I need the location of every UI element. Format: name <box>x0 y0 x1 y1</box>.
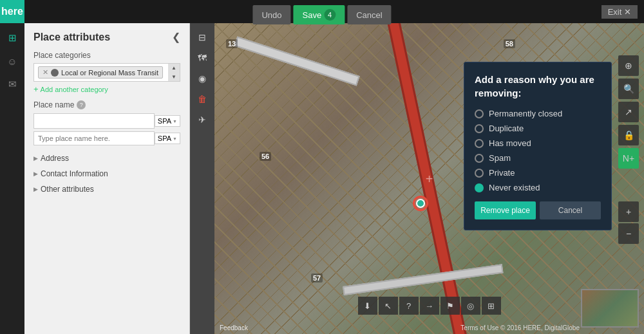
radio-duplicate[interactable]: Duplicate <box>475 124 601 133</box>
left-nav: ⊞ ☺ ✉ <box>0 23 24 334</box>
exit-button[interactable]: Exit ✕ <box>601 5 638 19</box>
dialog-buttons: Remove place Cancel <box>475 201 601 219</box>
radio-never-existed[interactable]: Never existed <box>475 183 601 192</box>
dialog-cancel-button[interactable]: Cancel <box>540 201 601 219</box>
radio-circle-permanently-closed <box>475 109 484 118</box>
back-button[interactable]: ❮ <box>172 31 180 43</box>
other-collapsible[interactable]: Other attributes <box>33 181 180 197</box>
tool-nplus[interactable]: N+ <box>618 148 639 169</box>
tool-locate[interactable]: ◎ <box>461 297 480 315</box>
nav-icon-person[interactable]: ☺ <box>2 51 23 71</box>
radio-circle-never-existed <box>475 183 484 192</box>
category-scroll: ▲ ▼ <box>168 64 180 81</box>
undo-button[interactable]: Undo <box>252 5 290 24</box>
remove-place-button[interactable]: Remove place <box>475 201 536 219</box>
strip-icon-layers[interactable]: ⊟ <box>193 28 212 46</box>
tool-download[interactable]: ⬇ <box>358 297 377 315</box>
contact-collapsible[interactable]: Contact Information <box>33 166 180 181</box>
map-label-13: 13 <box>226 39 238 48</box>
minimap-inner <box>582 290 638 326</box>
category-remove-icon[interactable]: ✕ <box>43 68 48 77</box>
nav-icon-layers[interactable]: ⊞ <box>2 28 23 48</box>
add-category-link[interactable]: Add another category <box>33 84 180 94</box>
lang-dropdown-main[interactable]: SPA <box>155 115 180 127</box>
map[interactable]: 13 58 56 8 8 57 + ⊕ 🔍 ↗ 🔒 N+ ⬇ ↖ ? → ⚑ ◎… <box>214 23 644 334</box>
tool-layers[interactable]: ⊕ <box>618 55 639 76</box>
place-marker[interactable] <box>413 196 428 211</box>
tool-flag[interactable]: ⚑ <box>440 297 460 315</box>
here-logo[interactable]: here <box>0 0 24 23</box>
strip-icon-circle[interactable]: ◉ <box>193 70 212 88</box>
nav-icon-envelope[interactable]: ✉ <box>2 75 23 94</box>
place-name-label: Place name <box>33 100 74 109</box>
tool-help[interactable]: ? <box>399 297 419 315</box>
tool-lock[interactable]: 🔒 <box>618 125 639 145</box>
tool-search[interactable]: 🔍 <box>618 79 639 99</box>
right-tools: ⊕ 🔍 ↗ 🔒 N+ <box>618 55 639 169</box>
radio-circle-spam <box>475 154 484 163</box>
tool-move[interactable]: → <box>420 297 439 315</box>
radio-circle-has-moved <box>475 139 484 148</box>
place-name-typed-input[interactable] <box>33 131 155 145</box>
strip-icon-plane[interactable]: ✈ <box>193 111 212 129</box>
strip-icon-map[interactable]: 🗺 <box>193 49 212 67</box>
radio-circle-duplicate <box>475 124 484 133</box>
place-name-input[interactable] <box>33 113 155 129</box>
help-icon[interactable]: ? <box>77 100 86 109</box>
map-toolbar: Undo Save 4 Cancel <box>252 5 391 24</box>
save-button[interactable]: Save 4 <box>293 5 345 24</box>
sidebar: Place attributes ❮ Place categories ✕ Lo… <box>24 23 190 334</box>
attribution: Terms of Use © 2016 HERE, DigitalGlobe <box>460 324 580 331</box>
header: Editing Undo Save 4 Cancel Exit ✕ <box>0 0 644 23</box>
zoom-out-btn[interactable]: − <box>618 223 639 244</box>
place-name-typed-row: SPA <box>33 131 180 145</box>
map-label-58: 58 <box>504 39 515 48</box>
address-collapsible[interactable]: Address <box>33 151 180 166</box>
tool-grid[interactable]: ⊞ <box>482 297 501 315</box>
tool-arrow[interactable]: ↗ <box>618 102 639 122</box>
tool-cursor[interactable]: ↖ <box>379 297 398 315</box>
lang-dropdown-typed[interactable]: SPA <box>155 133 180 144</box>
radio-circle-private <box>475 169 484 178</box>
category-tag[interactable]: ✕ Local or Regional Mass Transit <box>38 66 163 79</box>
zoom-controls: + − <box>618 201 639 244</box>
remove-dialog: Add a reason why you are removing: Perma… <box>464 62 612 230</box>
icon-strip: ⊟ 🗺 ◉ 🗑 ✈ <box>190 23 214 334</box>
radio-private[interactable]: Private <box>475 168 601 178</box>
bottom-tools: ⬇ ↖ ? → ⚑ ◎ ⊞ <box>358 297 501 315</box>
category-icon <box>51 69 59 77</box>
dialog-title: Add a reason why you are removing: <box>475 73 601 100</box>
save-count: 4 <box>324 9 336 21</box>
scroll-down-btn[interactable]: ▼ <box>168 73 180 82</box>
categories-label: Place categories <box>33 51 180 60</box>
radio-permanently-closed[interactable]: Permanently closed <box>475 109 601 118</box>
map-label-57: 57 <box>311 274 323 283</box>
sidebar-title: Place attributes ❮ <box>33 31 180 43</box>
place-name-row: Place name ? <box>33 100 180 109</box>
feedback-link[interactable]: Feedback <box>220 324 248 331</box>
radio-spam[interactable]: Spam <box>475 153 601 163</box>
radio-has-moved[interactable]: Has moved <box>475 138 601 148</box>
scroll-up-btn[interactable]: ▲ <box>168 64 180 73</box>
zoom-in-btn[interactable]: + <box>618 201 639 222</box>
cancel-button[interactable]: Cancel <box>347 5 391 24</box>
minimap <box>581 289 639 328</box>
map-label-56: 56 <box>260 152 271 161</box>
strip-icon-delete[interactable]: 🗑 <box>193 90 212 108</box>
place-marker-inner <box>416 199 425 208</box>
category-box: ✕ Local or Regional Mass Transit ▲ ▼ <box>33 63 180 82</box>
